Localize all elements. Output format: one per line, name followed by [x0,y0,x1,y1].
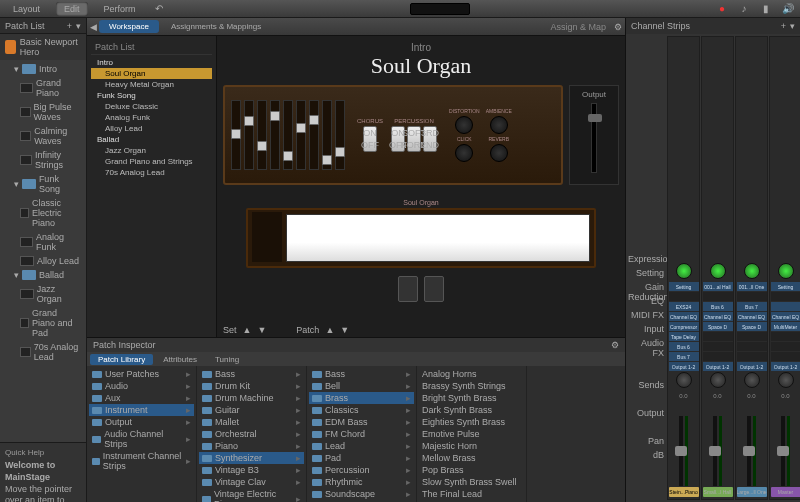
drawbar[interactable] [283,100,293,170]
ws-patch-item[interactable]: Grand Piano and Strings [91,156,212,167]
setting-slot[interactable]: 001...ll One [737,282,767,291]
tab-edit[interactable]: Edit [56,2,88,16]
fx-slot[interactable]: Compressor [669,322,699,331]
expression-knob[interactable] [744,263,760,279]
output-slot[interactable]: Output 1-2 [737,362,767,371]
gear-icon[interactable]: ⚙ [614,22,622,32]
expression-pedal[interactable] [424,276,444,302]
library-item[interactable]: Synthesizer▸ [199,452,304,464]
library-item[interactable]: Lead▸ [309,440,414,452]
library-item[interactable]: Piano▸ [199,440,304,452]
tree-patch[interactable]: 70s Analog Lead [0,340,86,364]
disclosure-icon[interactable]: ▾ [14,179,19,189]
library-item[interactable]: Drum Machine▸ [199,392,304,404]
input-slot[interactable]: EXS24 [669,302,699,311]
library-item[interactable]: The Final Lead [419,488,524,500]
strip-name[interactable]: Stein...Piano [669,487,699,497]
volume-fader[interactable] [679,416,683,486]
expression-knob[interactable] [676,263,692,279]
fx-slot[interactable] [771,332,801,341]
output-slot[interactable]: Output 1-2 [703,362,733,371]
tab-assignments[interactable]: Assignments & Mappings [161,20,271,33]
assign-map-button[interactable]: Assign & Map [550,22,606,32]
strip-name[interactable]: Small...l Hall [703,487,733,497]
ws-patch-item[interactable]: Ballad [91,134,212,145]
concert-row[interactable]: Basic Newport Hero [0,34,86,60]
tab-perform[interactable]: Perform [96,2,144,16]
library-item[interactable]: Output▸ [89,416,194,428]
drawbar[interactable] [335,100,345,170]
input-slot[interactable]: Bus 7 [737,302,767,311]
record-icon[interactable]: ● [715,2,729,16]
master-mute-icon[interactable]: ▮ [759,2,773,16]
volume-fader[interactable] [713,416,717,486]
library-item[interactable]: Audio▸ [89,380,194,392]
fx-slot[interactable]: Channel EQ [669,312,699,321]
send-slot[interactable] [737,352,767,361]
library-item[interactable]: Audio Channel Strips▸ [89,428,194,450]
fx-slot[interactable]: Channel EQ [737,312,767,321]
library-item[interactable]: Pop Brass [419,464,524,476]
gear-icon[interactable]: ⚙ [611,340,619,350]
tree-patch[interactable]: Grand Piano and Pad [0,306,86,340]
send-slot[interactable] [771,352,801,361]
drawbar[interactable] [270,100,280,170]
send-slot[interactable]: Bus 7 [669,352,699,361]
ws-patch-item[interactable]: Deluxe Classic [91,101,212,112]
tree-patch[interactable]: Alloy Lead [0,254,86,268]
tuner-icon[interactable]: ♪ [737,2,751,16]
drawbar[interactable] [231,100,241,170]
library-item[interactable]: User Patches▸ [89,368,194,380]
expression-knob[interactable] [710,263,726,279]
reverb-knob[interactable] [490,144,508,162]
library-item[interactable]: Percussion▸ [309,464,414,476]
tab-workspace[interactable]: Workspace [99,20,159,33]
library-item[interactable]: Rhythmic▸ [309,476,414,488]
ws-patch-item[interactable]: Intro [91,57,212,68]
pan-knob[interactable] [778,372,794,388]
chevron-left-icon[interactable]: ◀ [90,22,97,32]
tree-patch[interactable]: Grand Piano [0,76,86,100]
input-slot[interactable]: Bus 6 [703,302,733,311]
set-prev-icon[interactable]: ▲ [243,325,252,335]
tree-patch[interactable]: Big Pulse Waves [0,100,86,124]
ws-patch-item[interactable]: Jazz Organ [91,145,212,156]
library-item[interactable]: Dark Synth Brass [419,404,524,416]
library-item[interactable]: Bright Synth Brass [419,392,524,404]
eq-slot[interactable] [771,292,801,301]
tree-patch[interactable]: Calming Waves [0,124,86,148]
library-item[interactable]: Mellow Brass [419,452,524,464]
ws-patch-item[interactable]: Alloy Lead [91,123,212,134]
keyboard-keys[interactable] [286,214,590,262]
perc-switch[interactable]: SOFTNORM [407,126,421,152]
distortion-knob[interactable] [455,116,473,134]
library-item[interactable]: Instrument▸ [89,404,194,416]
strip-name[interactable]: Large...ll One [737,487,767,497]
input-slot[interactable] [771,302,801,311]
library-item[interactable]: Vintage B3▸ [199,464,304,476]
ws-patch-item[interactable]: Funk Song [91,90,212,101]
tab-patch-library[interactable]: Patch Library [90,354,153,365]
expression-knob[interactable] [778,263,794,279]
library-item[interactable]: Pad▸ [309,452,414,464]
output-slot[interactable]: Output 1-2 [771,362,801,371]
eq-slot[interactable] [737,292,767,301]
send-slot[interactable] [703,342,733,351]
pan-knob[interactable] [676,372,692,388]
send-slot[interactable] [737,342,767,351]
tree-patch[interactable]: Analog Funk [0,230,86,254]
undo-icon[interactable]: ↶ [152,2,166,16]
library-item[interactable]: EDM Bass▸ [309,416,414,428]
library-item[interactable]: FM Chord▸ [309,428,414,440]
pitch-mod-wheels[interactable] [252,212,282,262]
chorus-switch[interactable]: ONOFF [363,126,377,152]
click-knob[interactable] [455,144,473,162]
tree-patch[interactable]: Infinity Strings [0,148,86,172]
fx-slot[interactable]: Channel EQ [703,312,733,321]
library-item[interactable]: Orchestral▸ [199,428,304,440]
library-item[interactable]: Brass▸ [309,392,414,404]
setting-slot[interactable]: Setting [669,282,699,291]
add-patch-icon[interactable]: + [67,21,72,31]
patch-next-icon[interactable]: ▼ [340,325,349,335]
library-item[interactable]: Bell▸ [309,380,414,392]
